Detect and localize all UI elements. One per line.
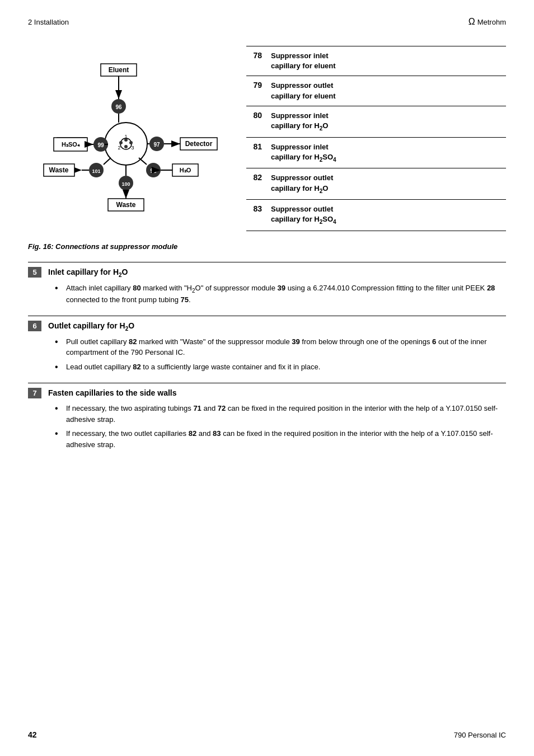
step-7-number: 7 [28,388,41,398]
page-header: 2 Installation Ω Metrohm [28,17,506,29]
table-item-78: 78 Suppressor inletcapillary for eluent [246,46,506,76]
table-item-82: 82 Suppressor outletcapillary for H2O [246,168,506,199]
item-label-83: Suppressor outletcapillary for H2SO4 [271,204,336,226]
svg-text:Waste: Waste [116,201,136,209]
item-label-79: Suppressor outletcapillary for eluent [271,81,336,101]
table-item-81: 81 Suppressor inletcapillary for H2SO4 [246,137,506,168]
svg-point-4 [119,141,123,144]
step-7-text-1: If necessary, the two aspirating tubings… [66,403,506,425]
bullet-dot-2: • [55,336,62,358]
svg-text:3: 3 [131,145,134,151]
step-5-bullet-1: • Attach inlet capillary 80 marked with … [55,283,506,306]
item-number-80: 80 [246,111,262,133]
omega-icon: Ω [469,17,475,27]
svg-line-28 [104,158,111,165]
right-table: 78 Suppressor inletcapillary for eluent … [246,40,506,231]
svg-text:2: 2 [118,145,120,151]
table-item-83: 83 Suppressor outletcapillary for H2SO4 [246,199,506,231]
bullet-dot-4: • [55,403,62,425]
step-6-bullet-1: • Pull outlet capillary 82 marked with "… [55,336,506,358]
page-footer: 42 790 Personal IC [28,730,506,739]
step-6-title: Outlet capillary for H2O [48,321,134,332]
item-label-82: Suppressor outletcapillary for H2O [271,173,333,195]
step-5-number: 5 [28,267,41,278]
svg-text:98: 98 [150,168,157,174]
svg-text:101: 101 [92,168,100,174]
step-5-title: Inlet capillary for H2O [48,267,128,278]
item-number-78: 78 [246,51,262,71]
item-label-80: Suppressor inletcapillary for H2O [271,111,329,133]
step-6-section: 6 Outlet capillary for H2O • Pull outlet… [28,316,506,383]
step-7-content: • If necessary, the two aspirating tubin… [28,401,506,460]
svg-text:97: 97 [153,142,160,148]
svg-text:96: 96 [115,104,122,110]
step-6-number: 6 [28,321,41,331]
eluent-label: Eluent [109,66,129,74]
page-container: 2 Installation Ω Metrohm [0,0,534,756]
svg-text:H₂SO₄: H₂SO₄ [62,141,80,148]
page-number: 42 [28,730,37,739]
step-5-header: 5 Inlet capillary for H2O [28,262,506,280]
svg-text:99: 99 [97,142,104,148]
item-label-78: Suppressor inletcapillary for eluent [271,51,336,71]
bullet-dot-3: • [55,361,62,373]
step-5-content: • Attach inlet capillary 80 marked with … [28,280,506,316]
product-name: 790 Personal IC [454,731,506,739]
step-7-title: Fasten capillaries to the side walls [48,388,177,397]
step-7-text-2: If necessary, the two outlet capillaries… [66,428,506,450]
svg-point-7 [124,145,128,148]
bullet-dot-5: • [55,428,62,450]
detector-label: Detector [185,140,213,148]
step-6-bullet-2: • Lead outlet capillary 82 to a sufficie… [55,361,506,373]
step-6-header: 6 Outlet capillary for H2O [28,316,506,334]
svg-line-36 [139,158,147,165]
step-7-header: 7 Fasten capillaries to the side walls [28,383,506,401]
step-7-section: 7 Fasten capillaries to the side walls •… [28,383,506,460]
step-7-bullet-1: • If necessary, the two aspirating tubin… [55,403,506,425]
item-number-83: 83 [246,204,262,226]
fig-caption-bold: Fig. 16: Connections at suppressor modul… [28,242,177,251]
suppressor-diagram: 2 1 3 Eluent 96 97 [28,40,218,214]
table-item-79: 79 Suppressor outletcapillary for eluent [246,76,506,105]
table-item-80: 80 Suppressor inletcapillary for H2O [246,106,506,137]
step-7-bullet-2: • If necessary, the two outlet capillari… [55,428,506,450]
step-6-text-2: Lead outlet capillary 82 to a sufficient… [66,361,506,373]
diagram-area: 2 1 3 Eluent 96 97 [28,40,229,231]
item-label-81: Suppressor inletcapillary for H2SO4 [271,142,336,164]
svg-point-6 [129,141,133,144]
item-number-79: 79 [246,81,262,101]
svg-text:Waste: Waste [49,166,69,174]
step-5-text-1: Attach inlet capillary 80 marked with "H… [66,283,506,306]
fig-caption: Fig. 16: Connections at suppressor modul… [28,242,506,251]
svg-text:100: 100 [121,181,130,187]
bullet-dot: • [55,283,62,306]
item-number-82: 82 [246,173,262,195]
brand-name: Metrohm [477,18,506,26]
svg-text:H₂O: H₂O [180,167,191,173]
main-content: 2 1 3 Eluent 96 97 [28,40,506,231]
header-section: 2 Installation [28,18,69,26]
step-6-text-1: Pull outlet capillary 82 marked with "Wa… [66,336,506,358]
step-5-section: 5 Inlet capillary for H2O • Attach inlet… [28,262,506,316]
step-6-content: • Pull outlet capillary 82 marked with "… [28,334,506,383]
metrohm-logo: Ω Metrohm [469,17,506,27]
svg-text:1: 1 [124,134,127,139]
item-number-81: 81 [246,142,262,164]
